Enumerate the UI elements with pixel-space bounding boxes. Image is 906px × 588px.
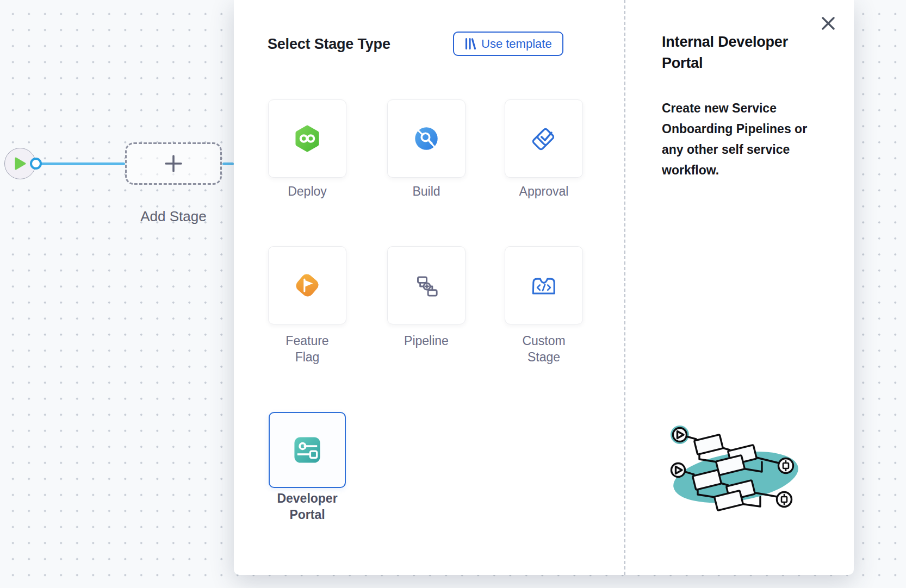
stage-label-approval: Approval xyxy=(505,183,583,199)
details-title: Internal Developer Portal xyxy=(662,32,804,74)
close-button[interactable] xyxy=(818,13,839,34)
stage-type-section: Select Stage Type Use template xyxy=(234,0,624,575)
close-icon xyxy=(820,15,836,32)
add-stage-label: Add Stage xyxy=(119,208,228,225)
edge-port-dot[interactable] xyxy=(30,158,42,170)
stage-card-developer-portal[interactable] xyxy=(269,412,346,488)
play-icon xyxy=(14,157,27,171)
stage-label-build: Build xyxy=(387,183,466,199)
custom-stage-icon xyxy=(528,270,560,301)
pipeline-edge xyxy=(222,162,234,165)
template-library-icon xyxy=(464,37,476,50)
stage-card-feature-flag[interactable] xyxy=(268,246,346,324)
build-icon xyxy=(411,123,442,154)
use-template-label: Use template xyxy=(481,37,552,51)
approval-icon xyxy=(528,123,560,154)
stage-label-pipeline: Pipeline xyxy=(387,333,466,349)
stage-card-pipeline[interactable] xyxy=(387,246,466,324)
pipeline-icon xyxy=(411,270,442,301)
stage-label-feature-flag: Feature Flag xyxy=(268,333,346,365)
stage-card-approval[interactable] xyxy=(505,99,583,178)
stage-details-panel: Internal Developer Portal Create new Ser… xyxy=(625,0,854,575)
stage-label-developer-portal: Developer Portal xyxy=(268,490,346,523)
dialog-title: Select Stage Type xyxy=(268,36,390,53)
stage-card-build[interactable] xyxy=(387,99,466,178)
stage-label-custom-stage: Custom Stage xyxy=(505,333,583,365)
pipeline-workflow-illustration-icon xyxy=(662,401,815,526)
add-stage-button[interactable] xyxy=(125,142,222,185)
pipeline-edge xyxy=(36,162,125,165)
deploy-icon xyxy=(291,123,323,154)
stage-card-custom-stage[interactable] xyxy=(505,246,583,324)
details-description: Create new Service Onboarding Pipelines … xyxy=(662,98,812,180)
use-template-button[interactable]: Use template xyxy=(453,32,563,56)
plus-icon xyxy=(163,153,184,174)
developer-portal-icon xyxy=(291,434,324,466)
pipeline-canvas[interactable]: Add Stage Select Stage Type Use template xyxy=(0,0,906,588)
stage-card-deploy[interactable] xyxy=(268,99,346,178)
select-stage-dialog: Select Stage Type Use template xyxy=(234,0,854,575)
stage-label-deploy: Deploy xyxy=(268,183,346,199)
feature-flag-icon xyxy=(291,270,323,301)
